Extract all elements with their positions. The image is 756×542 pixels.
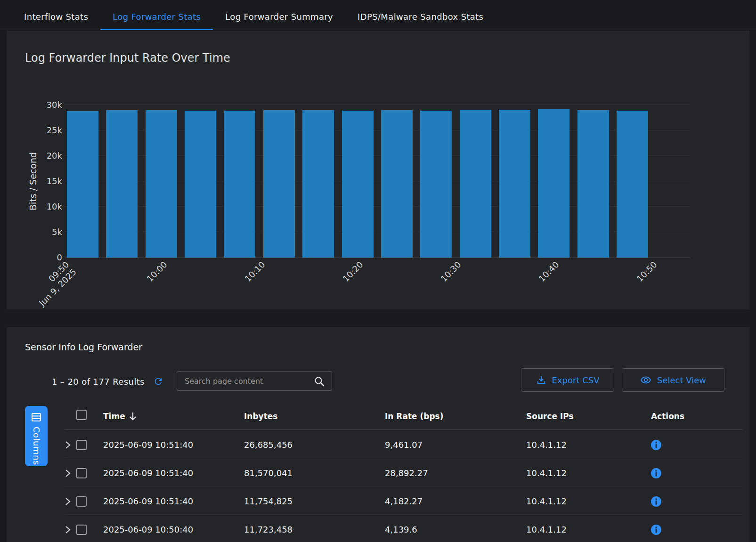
column-header-label: In Rate (bps)	[385, 412, 443, 421]
export-csv-button[interactable]: Export CSV	[521, 368, 614, 392]
column-header-label: Source IPs	[526, 412, 574, 421]
refresh-icon	[153, 376, 163, 387]
column-header-label: Time	[103, 412, 125, 421]
chevron-right-icon	[65, 497, 71, 506]
bar	[185, 111, 216, 258]
results-count: 1 – 20 of 177 Results	[52, 377, 145, 387]
column-header-label: Inbytes	[244, 412, 277, 421]
export-csv-label: Export CSV	[552, 375, 600, 385]
bar	[460, 110, 491, 258]
tab-label: Interflow Stats	[24, 12, 88, 22]
cell-in-rate: 4,182.27	[385, 496, 423, 506]
cell-source-ip: 10.4.1.12	[526, 440, 567, 450]
expand-row-button[interactable]	[65, 469, 71, 480]
row-checkbox[interactable]	[76, 468, 87, 478]
column-header-in-rate-bps-[interactable]: In Rate (bps)	[385, 412, 443, 421]
cell-in-rate: 28,892.27	[385, 468, 428, 478]
sort-indicator	[128, 412, 138, 421]
cell-time: 2025-06-09 10:51:40	[103, 496, 193, 506]
chart-title: Log Forwarder Input Rate Over Time	[25, 51, 230, 65]
x-tick-label: 10:50	[634, 259, 659, 284]
expand-row-button[interactable]	[65, 440, 71, 452]
column-header-source-ips[interactable]: Source IPs	[526, 412, 574, 421]
expand-row-button[interactable]	[65, 525, 71, 536]
table-row: 2025-06-09 10:51:4011,754,8254,182.2710.…	[7, 486, 749, 515]
expand-row-button[interactable]	[65, 497, 71, 508]
tab-idps-malware-sandbox-stats[interactable]: IDPS/Malware Sandbox Stats	[345, 0, 496, 30]
cell-time: 2025-06-09 10:51:40	[103, 440, 193, 450]
eye-icon	[640, 374, 651, 386]
row-checkbox[interactable]	[76, 525, 87, 535]
bar	[381, 110, 413, 258]
tab-label: Log Forwarder Stats	[113, 12, 201, 22]
bar	[577, 110, 609, 258]
x-tick-label: 10:20	[341, 259, 365, 284]
row-info-button[interactable]	[650, 524, 662, 535]
x-tick-label: 10:40	[537, 259, 561, 284]
bar	[499, 110, 530, 258]
bar	[106, 110, 138, 258]
chevron-right-icon	[65, 469, 71, 478]
table-row: 2025-06-09 10:51:4026,685,4569,461.0710.…	[7, 430, 749, 458]
column-header-time[interactable]: Time	[103, 412, 138, 421]
row-info-button[interactable]	[650, 468, 662, 479]
tab-label: Log Forwarder Summary	[225, 12, 333, 22]
y-tick-label: 10k	[24, 202, 62, 211]
cell-inbytes: 11,723,458	[244, 525, 293, 534]
cell-time: 2025-06-09 10:51:40	[103, 468, 193, 478]
bar	[146, 110, 177, 258]
cell-source-ip: 10.4.1.12	[526, 468, 567, 478]
table-card: Sensor Info Log Forwarder 1 – 20 of 177 …	[7, 327, 749, 542]
tab-log-forwarder-stats[interactable]: Log Forwarder Stats	[100, 0, 213, 30]
sort-desc-arrow-icon	[128, 412, 138, 421]
select-view-label: Select View	[657, 375, 706, 385]
column-header-label: Actions	[651, 412, 684, 421]
cell-inbytes: 81,570,041	[244, 468, 293, 478]
cell-in-rate: 9,461.07	[385, 440, 423, 450]
y-tick-label: 15k	[24, 177, 62, 186]
x-tick-label: 09:50Jun 9, 2025	[30, 259, 79, 308]
column-header-inbytes[interactable]: Inbytes	[244, 412, 277, 421]
download-icon	[536, 375, 546, 385]
y-tick-label: 5k	[24, 228, 62, 236]
x-tick-label: 10:30	[439, 259, 463, 284]
tab-bar: Interflow StatsLog Forwarder StatsLog Fo…	[0, 0, 756, 30]
search-input[interactable]	[177, 372, 332, 390]
y-tick-label: 25k	[24, 126, 62, 135]
cell-inbytes: 11,754,825	[244, 496, 293, 506]
tab-interflow-stats[interactable]: Interflow Stats	[12, 0, 100, 30]
gridline-0	[65, 258, 690, 258]
select-all-checkbox[interactable]	[76, 410, 87, 420]
bar	[263, 110, 295, 258]
tab-log-forwarder-summary[interactable]: Log Forwarder Summary	[213, 0, 345, 30]
refresh-button[interactable]	[153, 376, 163, 387]
row-info-button[interactable]	[650, 496, 662, 507]
x-tick-label: 10:10	[243, 259, 267, 284]
column-header-actions[interactable]: Actions	[651, 412, 684, 421]
bar	[420, 111, 452, 258]
bar	[342, 111, 374, 258]
info-icon	[650, 496, 662, 507]
cell-source-ip: 10.4.1.12	[526, 496, 567, 506]
y-tick-label: 30k	[24, 101, 62, 109]
row-checkbox[interactable]	[76, 496, 87, 507]
chevron-right-icon	[65, 525, 71, 534]
cell-inbytes: 26,685,456	[244, 440, 293, 450]
bar	[538, 109, 569, 258]
info-icon	[650, 524, 662, 535]
table-section-title: Sensor Info Log Forwarder	[25, 342, 142, 352]
y-tick-label: 0	[24, 253, 62, 262]
tab-label: IDPS/Malware Sandbox Stats	[358, 12, 483, 22]
x-tick-label: 10:00	[145, 259, 169, 284]
info-icon	[650, 439, 662, 451]
bar	[617, 111, 648, 258]
cell-in-rate: 4,139.6	[385, 525, 417, 534]
row-info-button[interactable]	[650, 439, 662, 451]
cell-time: 2025-06-09 10:50:40	[103, 525, 193, 534]
table-header-row: TimeInbytesIn Rate (bps)Source IPsAction…	[7, 406, 749, 430]
bar	[67, 111, 98, 258]
select-view-button[interactable]: Select View	[622, 368, 724, 392]
search-box	[177, 371, 332, 391]
bar	[302, 110, 334, 258]
row-checkbox[interactable]	[76, 440, 87, 450]
